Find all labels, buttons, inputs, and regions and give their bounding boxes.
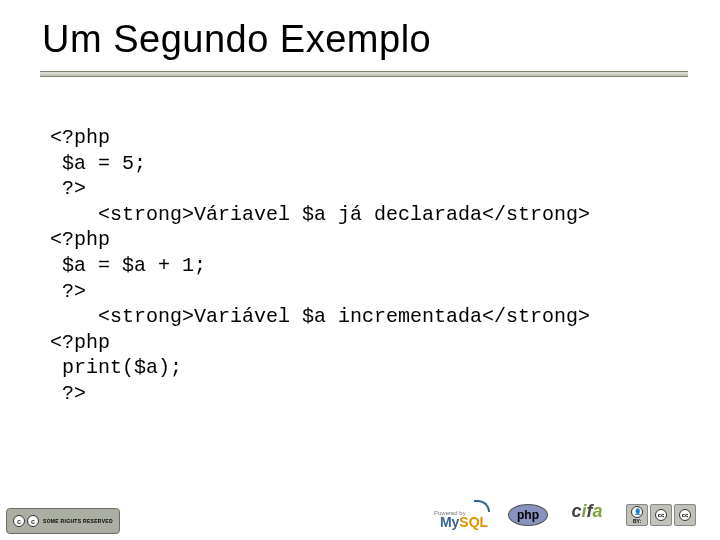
mysql-sql: SQL (459, 514, 488, 530)
slide-title: Um Segundo Exemplo (40, 18, 688, 61)
mysql-logo: Powered by MySQL (434, 501, 494, 529)
cc-badge-small: cc (650, 504, 672, 526)
code-line: ?> (62, 382, 86, 405)
code-line: $a = $a + 1; (62, 254, 206, 277)
title-underline (40, 71, 688, 77)
footer-logos: Powered by MySQL php cifa 👤 BY: cc cc (434, 501, 696, 529)
code-line: ?> (62, 177, 86, 200)
cc-by-badge: 👤 BY: (626, 504, 648, 526)
by-label: BY: (633, 519, 641, 524)
cifa-letter: c (571, 501, 581, 522)
cc-icon: cc (655, 509, 667, 521)
code-line: <?php (50, 331, 110, 354)
code-line: <?php (50, 228, 110, 251)
mysql-my: My (440, 514, 459, 530)
cc-circle-icon: c (13, 515, 25, 527)
cc-circle-icon: c (27, 515, 39, 527)
mysql-dolphin-icon (472, 501, 490, 512)
code-line: print($a); (62, 356, 182, 379)
cc-circles-icon: c c (13, 515, 39, 527)
cifa-letter: a (593, 501, 603, 522)
footer: c c SOME RIGHTS RESERVED Powered by MySQ… (0, 498, 720, 532)
php-logo: php (508, 504, 548, 526)
slide: Um Segundo Exemplo <?php $a = 5; ?> <str… (0, 0, 720, 540)
code-line: ?> (62, 280, 86, 303)
mysql-wordmark: MySQL (440, 515, 488, 529)
cifa-logo: cifa (562, 501, 612, 529)
cc-by-badges: 👤 BY: cc cc (626, 504, 696, 526)
code-line: <?php (50, 126, 110, 149)
cc-some-rights-badge: c c SOME RIGHTS RESERVED (6, 508, 120, 534)
code-line: <strong>Váriavel $a já declarada</strong… (50, 203, 590, 226)
code-example: <?php $a = 5; ?> <strong>Váriavel $a já … (40, 125, 688, 407)
cc-rights-text: SOME RIGHTS RESERVED (43, 519, 113, 524)
cc-badge-small: cc (674, 504, 696, 526)
person-icon: 👤 (631, 506, 643, 518)
title-block: Um Segundo Exemplo (40, 18, 688, 77)
cc-icon: cc (679, 509, 691, 521)
code-line: <strong>Variável $a incrementada</strong… (50, 305, 590, 328)
code-line: $a = 5; (62, 152, 146, 175)
